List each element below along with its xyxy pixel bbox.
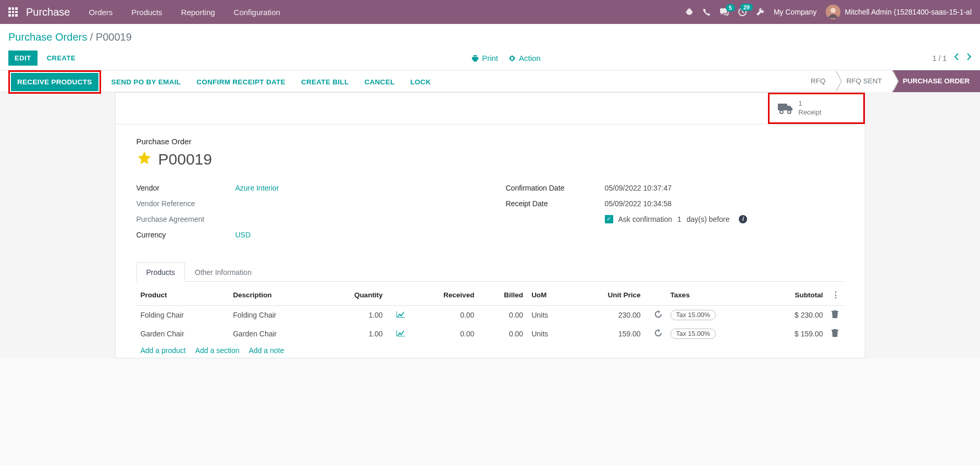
th-unit-price[interactable]: Unit Price: [572, 285, 644, 306]
confirm-date-value: 05/09/2022 10:37:47: [605, 184, 844, 192]
cell-price: 159.00: [572, 324, 644, 343]
svg-point-5: [788, 110, 791, 114]
cell-tax: Tax 15.00%: [666, 324, 762, 343]
tab-other-info[interactable]: Other Information: [185, 262, 262, 282]
star-icon[interactable]: [137, 150, 152, 169]
pager-next[interactable]: [966, 53, 972, 64]
cell-description: Folding Chair: [229, 305, 321, 324]
svg-point-4: [780, 110, 783, 114]
table-row[interactable]: Garden Chair Garden Chair 1.00 0.00 0.00…: [137, 324, 844, 343]
pager-prev[interactable]: [954, 53, 959, 64]
ask-confirm-text-2: day(s) before: [687, 215, 729, 223]
add-product-link[interactable]: Add a product: [141, 346, 186, 355]
th-received[interactable]: Received: [409, 285, 479, 306]
apps-icon[interactable]: [8, 7, 18, 17]
highlight-box-receive: RECEIVE PRODUCTS: [8, 70, 101, 94]
th-subtotal[interactable]: Subtotal: [762, 285, 827, 306]
stage-purchase-order[interactable]: PURCHASE ORDER: [892, 70, 980, 92]
menu-products[interactable]: Products: [131, 8, 162, 17]
phone-icon[interactable]: [703, 8, 711, 16]
company-name[interactable]: My Company: [774, 8, 816, 16]
create-bill-button[interactable]: CREATE BILL: [296, 74, 354, 90]
truck-icon: [778, 103, 793, 114]
vendor-link[interactable]: Azure Interior: [235, 184, 279, 192]
navbar-right: 5 29 My Company Mitchell Admin (15281400…: [685, 5, 972, 19]
th-billed[interactable]: Billed: [478, 285, 527, 306]
receipt-date-value: 05/09/2022 10:34:58: [605, 199, 844, 208]
cancel-button[interactable]: CANCEL: [359, 74, 400, 90]
stage-rfq[interactable]: RFQ: [800, 70, 836, 92]
user-menu[interactable]: Mitchell Admin (15281400-saas-15-1-al: [826, 5, 972, 19]
breadcrumb-parent[interactable]: Purchase Orders: [8, 31, 87, 43]
cell-billed: 0.00: [478, 305, 527, 324]
main-menu: Orders Products Reporting Configuration: [89, 8, 280, 17]
tabs: Products Other Information: [137, 262, 844, 282]
add-section-link[interactable]: Add a section: [195, 346, 240, 355]
create-button[interactable]: CREATE: [43, 51, 80, 66]
record-name: P00019: [158, 150, 212, 168]
breadcrumb-current: P00019: [96, 31, 132, 43]
pager-text: 1 / 1: [933, 54, 947, 62]
price-history-icon[interactable]: [654, 311, 662, 320]
cell-tax: Tax 15.00%: [666, 305, 762, 324]
confirm-receipt-date-button[interactable]: CONFIRM RECEIPT DATE: [191, 74, 291, 90]
breadcrumb: Purchase Orders / P00019: [8, 31, 972, 43]
stage-rfq-sent[interactable]: RFQ SENT: [836, 70, 892, 92]
price-history-icon[interactable]: [654, 330, 662, 338]
currency-link[interactable]: USD: [235, 231, 251, 239]
delete-row-icon[interactable]: [832, 311, 838, 320]
menu-orders[interactable]: Orders: [89, 8, 113, 17]
cell-subtotal: $ 230.00: [762, 305, 827, 324]
th-uom[interactable]: UoM: [527, 285, 572, 306]
menu-configuration[interactable]: Configuration: [234, 8, 280, 17]
bug-icon[interactable]: [685, 8, 693, 16]
receive-products-button[interactable]: RECEIVE PRODUCTS: [11, 73, 98, 91]
cell-uom: Units: [527, 324, 572, 343]
receipt-count: 1: [799, 99, 822, 108]
table-row[interactable]: Folding Chair Folding Chair 1.00 0.00 0.…: [137, 305, 844, 324]
app-name[interactable]: Purchase: [26, 6, 70, 18]
tools-icon[interactable]: [756, 8, 764, 16]
cell-received: 0.00: [409, 305, 479, 324]
form-sheet: 1 Receipt Purchase Order P00019 VendorAz…: [115, 92, 865, 358]
th-quantity[interactable]: Quantity: [321, 285, 387, 306]
table-options-icon[interactable]: ⋮: [832, 291, 840, 299]
menu-reporting[interactable]: Reporting: [181, 8, 215, 17]
product-table: Product Description Quantity Received Bi…: [137, 285, 844, 343]
control-panel: Purchase Orders / P00019 EDIT CREATE Pri…: [0, 24, 980, 70]
cell-billed: 0.00: [478, 324, 527, 343]
print-button[interactable]: Print: [472, 54, 498, 62]
info-icon[interactable]: i: [739, 215, 747, 223]
cell-qty: 1.00: [321, 305, 387, 324]
edit-button[interactable]: EDIT: [8, 51, 38, 66]
th-taxes[interactable]: Taxes: [666, 285, 762, 306]
delete-row-icon[interactable]: [832, 330, 838, 338]
th-description[interactable]: Description: [229, 285, 321, 306]
receipt-date-label: Receipt Date: [506, 199, 605, 208]
cell-product: Folding Chair: [137, 305, 229, 324]
ask-confirm-text-1: Ask confirmation: [618, 215, 672, 223]
purchase-agreement-label: Purchase Agreement: [137, 215, 235, 223]
send-po-button[interactable]: SEND PO BY EMAIL: [106, 74, 187, 90]
activity-badge: 29: [740, 4, 753, 11]
action-button[interactable]: Action: [508, 54, 541, 62]
status-pipeline: RFQ RFQ SENT PURCHASE ORDER: [800, 70, 980, 92]
receipt-stat-button[interactable]: 1 Receipt: [768, 93, 865, 124]
activity-icon[interactable]: 29: [738, 8, 747, 16]
avatar: [826, 5, 840, 19]
vendor-label: Vendor: [137, 184, 235, 192]
cell-product: Garden Chair: [137, 324, 229, 343]
th-product[interactable]: Product: [137, 285, 229, 306]
add-note-link[interactable]: Add a note: [249, 346, 284, 355]
confirm-date-label: Confirmation Date: [506, 184, 605, 192]
messaging-icon[interactable]: 5: [720, 8, 729, 16]
tab-products[interactable]: Products: [137, 262, 185, 282]
currency-label: Currency: [137, 231, 235, 239]
forecast-icon[interactable]: [396, 330, 405, 338]
user-name: Mitchell Admin (15281400-saas-15-1-al: [845, 8, 972, 16]
cell-description: Garden Chair: [229, 324, 321, 343]
forecast-icon[interactable]: [396, 311, 405, 319]
ask-confirm-checkbox[interactable]: ✓: [605, 215, 613, 223]
cell-subtotal: $ 159.00: [762, 324, 827, 343]
lock-button[interactable]: LOCK: [405, 74, 436, 90]
